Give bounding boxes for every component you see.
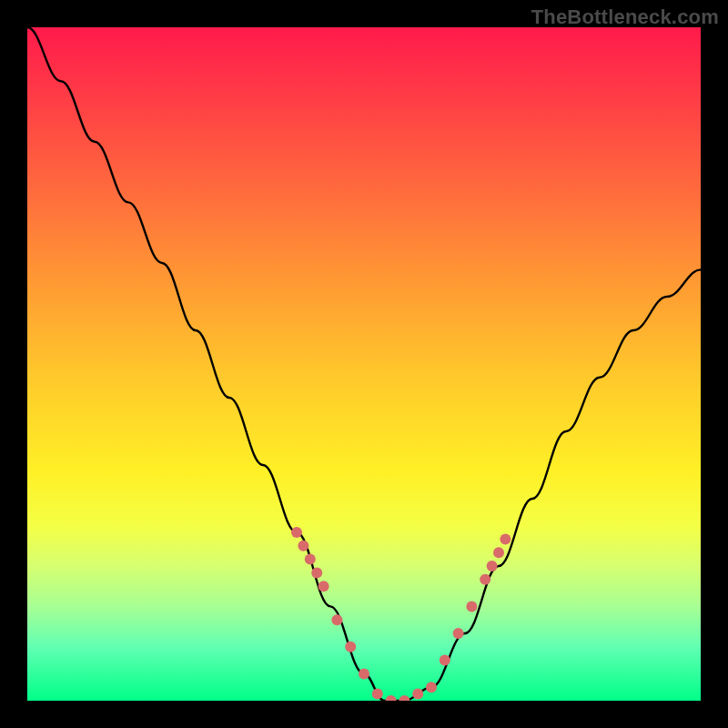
marker-dot — [372, 689, 383, 700]
marker-dot — [493, 547, 504, 558]
marker-dot — [305, 554, 316, 565]
marker-dot — [345, 642, 356, 652]
marker-dot — [386, 695, 397, 701]
marker-dot — [318, 581, 329, 592]
marker-dot — [331, 614, 342, 625]
marker-dot — [412, 689, 423, 700]
chart-frame: TheBottleneck.com — [0, 0, 728, 728]
marker-dot — [426, 682, 437, 693]
marker-dot — [487, 561, 498, 571]
marker-dot — [291, 527, 302, 538]
marker-dot — [298, 541, 308, 551]
bottleneck-curve-path — [27, 27, 701, 701]
marker-dot — [440, 655, 450, 666]
curve-svg — [27, 27, 701, 701]
marker-dot — [500, 533, 511, 544]
marker-dot — [453, 628, 464, 639]
watermark-text: TheBottleneck.com — [531, 5, 719, 29]
marker-dot — [480, 574, 490, 585]
marker-dot — [359, 668, 369, 679]
curve-layer — [27, 27, 701, 701]
marker-dot — [399, 695, 410, 701]
marker-dot — [466, 601, 477, 612]
marker-dot — [311, 567, 322, 578]
